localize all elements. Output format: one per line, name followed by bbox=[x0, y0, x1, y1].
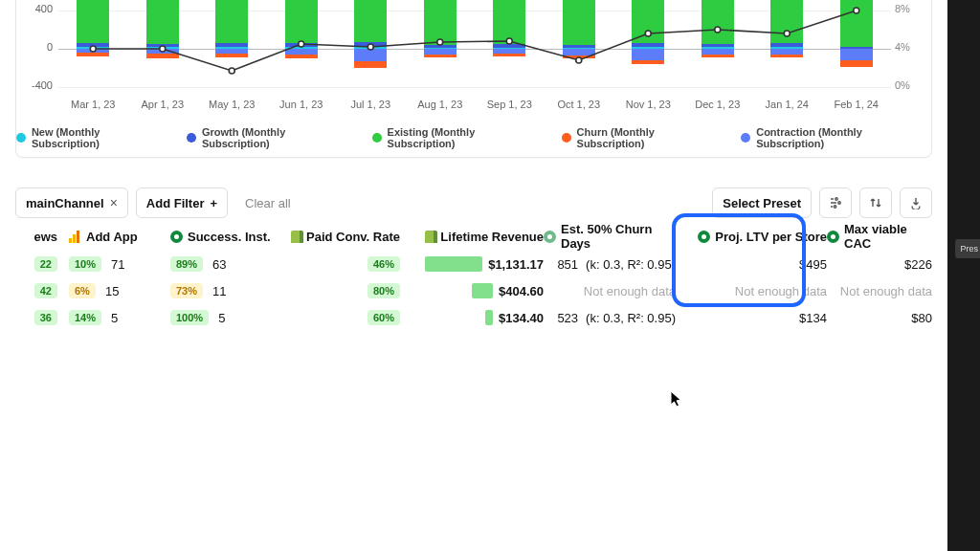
rev-value: $404.60 bbox=[499, 284, 544, 298]
add-pct-pill: 10% bbox=[69, 256, 101, 272]
table-row[interactable]: 2210%7189%6346%$1,131.17851(k: 0.3, R²: … bbox=[15, 251, 932, 277]
x-tick-label: Jan 1, 24 bbox=[752, 99, 821, 110]
legend-item: Growth (Monthly Subscription) bbox=[187, 126, 355, 149]
preset-tab[interactable]: Pres bbox=[955, 239, 980, 258]
mrr-chart-card: 400 0 -400 8% 4% 0% Mar 1, 23Apr 1, 23Ma… bbox=[15, 0, 932, 158]
bar-seg-blue bbox=[424, 45, 457, 48]
sort-icon[interactable] bbox=[859, 187, 892, 218]
cac-value: $226 bbox=[904, 257, 932, 272]
bar-seg-green bbox=[354, 0, 387, 42]
ews-pill: 42 bbox=[34, 283, 57, 298]
legend-item: Existing (Monthly Subscription) bbox=[372, 126, 545, 149]
bar-seg-orange bbox=[563, 55, 595, 58]
select-preset-button[interactable]: Select Preset bbox=[712, 187, 812, 218]
churn-value: 523 bbox=[557, 311, 578, 325]
table-header: ews Add App Success. Inst. Paid Conv. Ra… bbox=[15, 222, 932, 251]
chip-label: mainChannel bbox=[26, 196, 104, 210]
churn-nodata: Not enough data bbox=[584, 284, 676, 298]
bar-seg-blue bbox=[146, 44, 179, 47]
right-dark-panel: Pres bbox=[947, 0, 980, 551]
rev-bar bbox=[425, 256, 482, 272]
rev-bar bbox=[472, 283, 493, 298]
add-filter-label: Add Filter bbox=[146, 196, 205, 210]
x-tick-label: Aug 1, 23 bbox=[406, 99, 475, 110]
x-tick-label: Sep 1, 23 bbox=[475, 99, 544, 110]
bar-seg-green bbox=[285, 0, 318, 43]
col-add-app[interactable]: Add App bbox=[57, 230, 170, 244]
rev-value: $134.40 bbox=[499, 311, 544, 325]
cac-value: $80 bbox=[911, 311, 932, 325]
svg-point-12 bbox=[835, 198, 837, 200]
bar-seg-blue bbox=[632, 43, 664, 47]
bar-seg-slate bbox=[632, 49, 664, 60]
cac-value: Not enough data bbox=[840, 284, 932, 298]
bar-seg-green bbox=[770, 0, 803, 43]
close-icon[interactable]: × bbox=[110, 195, 118, 210]
col-lifetime-revenue[interactable]: Lifetime Revenue bbox=[400, 230, 544, 244]
y2-tick: 0% bbox=[895, 79, 918, 91]
bar-seg-green bbox=[702, 0, 734, 44]
donut-icon bbox=[827, 231, 839, 243]
paid-conv-pill: 80% bbox=[368, 283, 400, 298]
legend-swatch bbox=[187, 133, 196, 143]
bar-seg-blue bbox=[702, 44, 734, 48]
legend-label: New (Monthly Subscription) bbox=[32, 126, 169, 149]
x-tick-label: Apr 1, 23 bbox=[128, 99, 197, 110]
analytics-icon bbox=[69, 231, 81, 243]
legend-label: Churn (Monthly Subscription) bbox=[577, 126, 724, 149]
bar-seg-green bbox=[493, 0, 525, 44]
bar-seg-slate bbox=[563, 49, 595, 55]
bar-seg-slate bbox=[354, 49, 387, 61]
y-tick: 400 bbox=[24, 3, 53, 14]
x-tick-label: May 1, 23 bbox=[197, 99, 266, 110]
ews-pill: 36 bbox=[34, 310, 57, 325]
col-churn-days[interactable]: Est. 50% Churn Days bbox=[544, 222, 676, 251]
bar-seg-orange bbox=[146, 54, 179, 58]
legend-label: Contraction (Monthly Subscription) bbox=[756, 126, 931, 149]
svg-point-14 bbox=[834, 206, 835, 208]
plus-icon: + bbox=[210, 196, 217, 210]
paid-conv-pill: 46% bbox=[368, 256, 400, 272]
col-success-inst[interactable]: Success. Inst. bbox=[170, 230, 287, 244]
bar-seg-green bbox=[632, 0, 664, 43]
legend-label: Existing (Monthly Subscription) bbox=[388, 126, 545, 149]
col-max-cac[interactable]: Max viable CAC bbox=[827, 222, 932, 251]
table-row[interactable]: 3614%5100%560%$134.40523(k: 0.3, R²: 0.9… bbox=[15, 304, 932, 331]
bar-seg-green bbox=[424, 0, 457, 45]
legend-item: Churn (Monthly Subscription) bbox=[562, 126, 724, 149]
succ-pct-pill: 89% bbox=[170, 256, 203, 272]
adjust-columns-icon[interactable] bbox=[819, 187, 852, 218]
donut-icon bbox=[698, 231, 710, 243]
table-row[interactable]: 426%1573%1180%$404.60Not enough dataNot … bbox=[15, 277, 932, 304]
churn-note: (k: 0.3, R²: 0.95) bbox=[586, 311, 676, 325]
add-filter-button[interactable]: Add Filter + bbox=[136, 187, 228, 218]
col-paid-conv[interactable]: Paid Conv. Rate bbox=[287, 230, 400, 244]
y-tick: -400 bbox=[24, 79, 53, 91]
bar-seg-blue bbox=[215, 43, 248, 47]
bar-seg-blue bbox=[563, 45, 595, 48]
filter-bar: mainChannel × Add Filter + Clear all Sel… bbox=[15, 184, 932, 222]
add-count: 5 bbox=[111, 311, 118, 325]
legend-swatch bbox=[16, 133, 26, 143]
filter-chip-mainchannel[interactable]: mainChannel × bbox=[15, 187, 128, 218]
legend-swatch bbox=[372, 133, 382, 143]
rev-value: $1,131.17 bbox=[488, 257, 544, 272]
legend-swatch bbox=[562, 133, 571, 143]
bar-seg-blue bbox=[493, 44, 525, 48]
bar-seg-green bbox=[215, 0, 248, 43]
bar-seg-blue bbox=[354, 42, 387, 47]
bar-seg-orange bbox=[215, 54, 248, 57]
shopify-icon bbox=[291, 231, 301, 243]
succ-count: 63 bbox=[212, 257, 226, 272]
col-ews[interactable]: ews bbox=[15, 230, 57, 244]
bar-seg-orange bbox=[285, 55, 318, 58]
bar-seg-orange bbox=[770, 55, 803, 57]
clear-all-button[interactable]: Clear all bbox=[235, 187, 301, 218]
bar-seg-orange bbox=[702, 55, 734, 57]
col-proj-ltv[interactable]: Proj. LTV per Store bbox=[676, 230, 827, 244]
donut-icon bbox=[170, 231, 183, 243]
x-tick-label: Dec 1, 23 bbox=[683, 99, 752, 110]
add-count: 15 bbox=[105, 284, 119, 298]
download-icon[interactable] bbox=[900, 187, 932, 218]
legend-item: Contraction (Monthly Subscription) bbox=[741, 126, 931, 149]
